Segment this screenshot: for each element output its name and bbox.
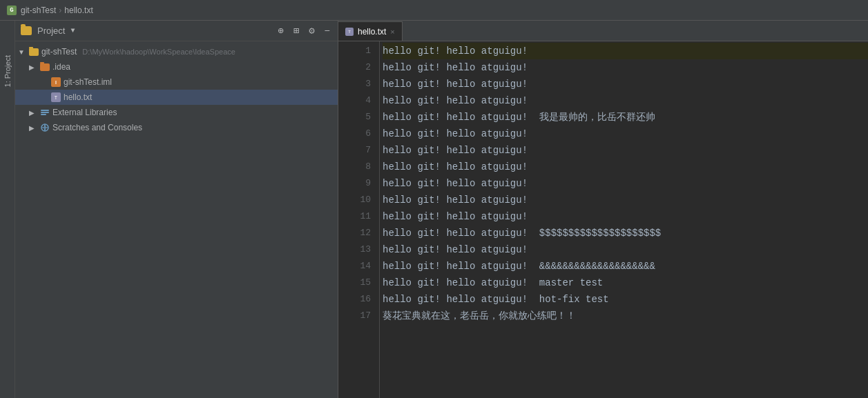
sidebar-item-iml[interactable]: I git-shTest.iml: [15, 74, 338, 90]
globe-btn[interactable]: ⊕: [276, 25, 285, 37]
ln-9: 9: [338, 175, 371, 192]
sidebar-item-hello[interactable]: T hello.txt: [15, 90, 338, 105]
code-line-3: hello git! hello atguigu!: [383, 76, 868, 92]
svg-rect-2: [41, 114, 46, 115]
sidebar-item-scratches[interactable]: ▶ Scratches and Consoles: [15, 120, 338, 135]
breadcrumb-project[interactable]: git-shTest: [21, 6, 56, 15]
project-folder-icon: [21, 26, 32, 35]
tab-label: hello.txt: [358, 27, 386, 37]
ln-16: 16: [338, 291, 371, 308]
iml-file-icon: I: [51, 77, 61, 87]
code-line-8: hello git! hello atguigu!: [383, 159, 868, 175]
ln-7: 7: [338, 142, 371, 159]
vertical-tab[interactable]: 1: Project: [0, 21, 15, 398]
code-line-2: hello git! hello atguigu!: [383, 59, 868, 76]
code-line-15: hello git! hello atguigu! master test: [383, 275, 868, 291]
app-icon: G: [7, 6, 17, 15]
code-line-17: 葵花宝典就在这，老岳岳，你就放心练吧！！: [383, 308, 868, 324]
breadcrumb-file: hello.txt: [64, 6, 93, 15]
scratches-chevron: ▶: [29, 124, 37, 132]
code-line-6: hello git! hello atguigu!: [383, 126, 868, 142]
ln-10: 10: [338, 192, 371, 208]
editor-tab-hello[interactable]: T hello.txt ×: [338, 21, 403, 41]
sidebar: 1: Project Project ▼ ⊕ ⊞ ⚙ − ▼: [0, 21, 338, 398]
editor-content[interactable]: 1 2 3 4 5 6 7 8 9 10 11 12 13 14 15 16 1…: [338, 41, 868, 398]
root-path: D:\MyWork\hadoop\WorkSpeace\IdeaSpeace: [82, 48, 235, 56]
project-panel: Project ▼ ⊕ ⊞ ⚙ − ▼ git-shTest D:\MyWork…: [15, 21, 338, 398]
title-bar: G git-shTest › hello.txt: [0, 0, 868, 21]
project-title: Project: [37, 26, 65, 36]
sidebar-item-idea[interactable]: ▶ .idea: [15, 59, 338, 74]
iml-label: git-shTest.iml: [64, 77, 112, 87]
minimize-btn[interactable]: −: [322, 26, 332, 37]
code-line-12: hello git! hello atguigu! $$$$$$$$$$$$$$…: [383, 225, 868, 241]
ln-5: 5: [338, 109, 371, 126]
extlibs-icon: [40, 108, 50, 117]
project-tab-label[interactable]: 1: Project: [3, 55, 12, 87]
idea-label: .idea: [52, 62, 70, 72]
tree-root[interactable]: ▼ git-shTest D:\MyWork\hadoop\WorkSpeace…: [15, 44, 338, 59]
root-label: git-shTest: [41, 47, 77, 57]
code-line-11: hello git! hello atguigu!: [383, 208, 868, 225]
ln-17: 17: [338, 308, 371, 324]
idea-folder-icon: [40, 63, 50, 71]
ln-6: 6: [338, 126, 371, 142]
project-arrow[interactable]: ▼: [70, 27, 75, 34]
root-chevron: ▼: [18, 48, 26, 56]
scratches-icon: [40, 123, 50, 132]
breadcrumb-sep: ›: [59, 6, 61, 15]
ln-8: 8: [338, 159, 371, 175]
code-line-10: hello git! hello atguigu!: [383, 192, 868, 208]
ln-11: 11: [338, 208, 371, 225]
tab-bar: T hello.txt ×: [338, 21, 868, 41]
ln-12: 12: [338, 225, 371, 241]
code-area[interactable]: hello git! hello atguigu! hello git! hel…: [383, 41, 868, 398]
code-line-1: hello git! hello atguigu!: [383, 43, 868, 59]
idea-chevron: ▶: [29, 63, 37, 71]
main-layout: 1: Project Project ▼ ⊕ ⊞ ⚙ − ▼: [0, 21, 868, 398]
ln-1: 1: [338, 43, 371, 59]
code-line-16: hello git! hello atguigu! hot-fix test: [383, 291, 868, 308]
tab-close-btn[interactable]: ×: [390, 28, 394, 36]
code-line-13: hello git! hello atguigu!: [383, 241, 868, 258]
code-line-4: hello git! hello atguigu!: [383, 92, 868, 109]
txt-file-icon: T: [51, 92, 61, 102]
scratches-label: Scratches and Consoles: [52, 123, 142, 132]
breadcrumb: git-shTest › hello.txt: [21, 6, 93, 15]
line-numbers: 1 2 3 4 5 6 7 8 9 10 11 12 13 14 15 16 1…: [338, 41, 376, 398]
extlibs-label: External Libraries: [52, 108, 117, 117]
sidebar-item-extlibs[interactable]: ▶ External Libraries: [15, 105, 338, 120]
file-tree: ▼ git-shTest D:\MyWork\hadoop\WorkSpeace…: [15, 41, 338, 398]
extlibs-chevron: ▶: [29, 109, 37, 117]
ln-13: 13: [338, 241, 371, 258]
editor-area: T hello.txt × 1 2 3 4 5 6 7 8 9 10 11 12…: [338, 21, 868, 398]
code-line-9: hello git! hello atguigu!: [383, 175, 868, 192]
project-toolbar: Project ▼ ⊕ ⊞ ⚙ −: [15, 21, 338, 41]
svg-rect-1: [41, 112, 49, 113]
ln-2: 2: [338, 59, 371, 76]
tab-file-icon: T: [345, 28, 354, 36]
ln-3: 3: [338, 76, 371, 92]
root-folder-icon: [29, 48, 39, 56]
split-btn[interactable]: ⊞: [291, 25, 301, 37]
code-line-5: hello git! hello atguigu! 我是最帅的，比岳不群还帅: [383, 109, 868, 126]
code-line-7: hello git! hello atguigu!: [383, 142, 868, 159]
gutter-separator: [379, 41, 380, 398]
hello-label: hello.txt: [64, 92, 92, 102]
ln-14: 14: [338, 258, 371, 275]
ln-15: 15: [338, 275, 371, 291]
settings-btn[interactable]: ⚙: [307, 25, 316, 37]
code-line-14: hello git! hello atguigu! &&&&&&&&&&&&&&…: [383, 258, 868, 275]
ln-4: 4: [338, 92, 371, 109]
svg-rect-0: [41, 110, 49, 111]
